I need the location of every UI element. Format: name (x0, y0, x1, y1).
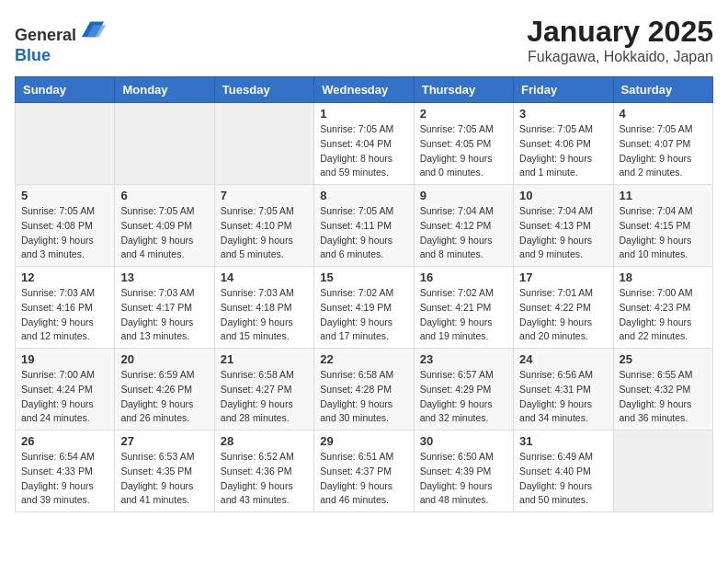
day-number: 5 (21, 189, 108, 202)
title-block: January 2025 Fukagawa, Hokkaido, Japan (527, 15, 713, 65)
day-info: Sunrise: 7:05 AMSunset: 4:05 PMDaylight:… (420, 122, 507, 180)
weekday-header-sunday: Sunday (16, 77, 115, 103)
calendar-cell: 29Sunrise: 6:51 AMSunset: 4:37 PMDayligh… (314, 431, 414, 512)
logo-icon (80, 15, 106, 40)
day-number: 11 (620, 189, 707, 202)
day-number: 18 (620, 270, 707, 284)
day-info: Sunrise: 7:05 AMSunset: 4:08 PMDaylight:… (21, 204, 108, 262)
day-info: Sunrise: 7:04 AMSunset: 4:12 PMDaylight:… (420, 204, 507, 262)
day-number: 25 (620, 352, 707, 366)
calendar-cell: 20Sunrise: 6:59 AMSunset: 4:26 PMDayligh… (115, 349, 214, 431)
day-info: Sunrise: 7:02 AMSunset: 4:19 PMDaylight:… (320, 286, 407, 344)
day-info: Sunrise: 6:55 AMSunset: 4:32 PMDaylight:… (620, 368, 707, 426)
day-number: 28 (221, 434, 308, 448)
day-number: 3 (519, 107, 607, 121)
day-number: 22 (320, 352, 407, 366)
calendar-cell: 6Sunrise: 7:05 AMSunset: 4:09 PMDaylight… (115, 185, 214, 267)
day-number: 7 (221, 189, 308, 202)
weekday-header-friday: Friday (514, 77, 613, 103)
calendar-cell: 22Sunrise: 6:58 AMSunset: 4:28 PMDayligh… (314, 349, 414, 431)
calendar-week-row: 26Sunrise: 6:54 AMSunset: 4:33 PMDayligh… (16, 431, 713, 512)
day-number: 24 (519, 352, 607, 366)
day-info: Sunrise: 6:58 AMSunset: 4:28 PMDaylight:… (320, 368, 407, 426)
day-number: 20 (120, 352, 208, 366)
day-number: 2 (420, 107, 507, 121)
day-number: 1 (320, 107, 407, 121)
calendar-cell: 23Sunrise: 6:57 AMSunset: 4:29 PMDayligh… (414, 349, 513, 431)
calendar-cell: 31Sunrise: 6:49 AMSunset: 4:40 PMDayligh… (514, 431, 613, 512)
day-number: 30 (420, 434, 507, 448)
calendar-cell (16, 103, 115, 185)
day-number: 13 (120, 270, 208, 284)
calendar-cell: 14Sunrise: 7:03 AMSunset: 4:18 PMDayligh… (214, 267, 313, 349)
day-info: Sunrise: 6:51 AMSunset: 4:37 PMDaylight:… (320, 450, 407, 508)
day-number: 19 (21, 352, 108, 366)
day-info: Sunrise: 6:58 AMSunset: 4:27 PMDaylight:… (221, 368, 308, 426)
calendar-cell (115, 103, 214, 185)
calendar-cell: 16Sunrise: 7:02 AMSunset: 4:21 PMDayligh… (414, 267, 513, 349)
day-info: Sunrise: 7:05 AMSunset: 4:11 PMDaylight:… (320, 204, 407, 262)
day-info: Sunrise: 7:04 AMSunset: 4:13 PMDaylight:… (519, 204, 607, 262)
calendar-cell: 8Sunrise: 7:05 AMSunset: 4:11 PMDaylight… (314, 185, 414, 267)
day-info: Sunrise: 7:05 AMSunset: 4:10 PMDaylight:… (221, 204, 308, 262)
calendar-cell: 28Sunrise: 6:52 AMSunset: 4:36 PMDayligh… (214, 431, 313, 512)
calendar-week-row: 5Sunrise: 7:05 AMSunset: 4:08 PMDaylight… (16, 185, 713, 267)
day-number: 31 (519, 434, 607, 448)
calendar-cell: 19Sunrise: 7:00 AMSunset: 4:24 PMDayligh… (16, 349, 115, 431)
month-title: January 2025 (527, 15, 713, 49)
day-info: Sunrise: 7:00 AMSunset: 4:23 PMDaylight:… (620, 286, 707, 344)
calendar-cell: 2Sunrise: 7:05 AMSunset: 4:05 PMDaylight… (414, 103, 513, 185)
logo-general-text: General (15, 26, 76, 44)
calendar-cell: 5Sunrise: 7:05 AMSunset: 4:08 PMDaylight… (16, 185, 115, 267)
day-info: Sunrise: 6:50 AMSunset: 4:39 PMDaylight:… (420, 450, 507, 508)
weekday-header-thursday: Thursday (414, 77, 513, 103)
weekday-header-row: SundayMondayTuesdayWednesdayThursdayFrid… (16, 77, 713, 103)
day-number: 26 (21, 434, 108, 448)
day-info: Sunrise: 7:02 AMSunset: 4:21 PMDaylight:… (420, 286, 507, 344)
day-number: 16 (420, 270, 507, 284)
calendar-cell: 30Sunrise: 6:50 AMSunset: 4:39 PMDayligh… (414, 431, 513, 512)
day-info: Sunrise: 6:56 AMSunset: 4:31 PMDaylight:… (519, 368, 607, 426)
weekday-header-saturday: Saturday (613, 77, 712, 103)
day-number: 10 (519, 189, 607, 202)
day-info: Sunrise: 7:05 AMSunset: 4:07 PMDaylight:… (620, 122, 707, 180)
calendar-cell: 13Sunrise: 7:03 AMSunset: 4:17 PMDayligh… (115, 267, 214, 349)
day-info: Sunrise: 7:05 AMSunset: 4:04 PMDaylight:… (320, 122, 407, 180)
day-number: 4 (620, 107, 707, 121)
day-number: 23 (420, 352, 507, 366)
calendar-week-row: 12Sunrise: 7:03 AMSunset: 4:16 PMDayligh… (16, 267, 713, 349)
calendar-cell: 4Sunrise: 7:05 AMSunset: 4:07 PMDaylight… (613, 103, 712, 185)
calendar-cell: 26Sunrise: 6:54 AMSunset: 4:33 PMDayligh… (16, 431, 115, 512)
calendar-cell: 12Sunrise: 7:03 AMSunset: 4:16 PMDayligh… (16, 267, 115, 349)
day-info: Sunrise: 7:05 AMSunset: 4:09 PMDaylight:… (120, 204, 208, 262)
day-info: Sunrise: 6:57 AMSunset: 4:29 PMDaylight:… (420, 368, 507, 426)
calendar-cell: 24Sunrise: 6:56 AMSunset: 4:31 PMDayligh… (514, 349, 613, 431)
calendar-cell (214, 103, 313, 185)
calendar-cell: 1Sunrise: 7:05 AMSunset: 4:04 PMDaylight… (314, 103, 414, 185)
calendar-cell: 27Sunrise: 6:53 AMSunset: 4:35 PMDayligh… (115, 431, 214, 512)
day-number: 14 (221, 270, 308, 284)
day-number: 12 (21, 270, 108, 284)
day-number: 6 (120, 189, 208, 202)
day-number: 17 (519, 270, 607, 284)
calendar-cell: 10Sunrise: 7:04 AMSunset: 4:13 PMDayligh… (514, 185, 613, 267)
day-info: Sunrise: 6:53 AMSunset: 4:35 PMDaylight:… (120, 450, 208, 508)
weekday-header-tuesday: Tuesday (214, 77, 313, 103)
location-title: Fukagawa, Hokkaido, Japan (527, 49, 713, 65)
day-info: Sunrise: 7:04 AMSunset: 4:15 PMDaylight:… (620, 204, 707, 262)
day-info: Sunrise: 7:05 AMSunset: 4:06 PMDaylight:… (519, 122, 607, 180)
day-info: Sunrise: 6:54 AMSunset: 4:33 PMDaylight:… (21, 450, 108, 508)
day-number: 21 (221, 352, 308, 366)
day-info: Sunrise: 6:59 AMSunset: 4:26 PMDaylight:… (120, 368, 208, 426)
calendar-cell: 15Sunrise: 7:02 AMSunset: 4:19 PMDayligh… (314, 267, 414, 349)
day-info: Sunrise: 7:00 AMSunset: 4:24 PMDaylight:… (21, 368, 108, 426)
logo-blue-text: Blue (15, 46, 51, 64)
calendar-cell: 3Sunrise: 7:05 AMSunset: 4:06 PMDaylight… (514, 103, 613, 185)
day-info: Sunrise: 7:01 AMSunset: 4:22 PMDaylight:… (519, 286, 607, 344)
calendar-cell: 21Sunrise: 6:58 AMSunset: 4:27 PMDayligh… (214, 349, 313, 431)
day-number: 8 (320, 189, 407, 202)
calendar-cell: 17Sunrise: 7:01 AMSunset: 4:22 PMDayligh… (514, 267, 613, 349)
day-info: Sunrise: 7:03 AMSunset: 4:18 PMDaylight:… (221, 286, 308, 344)
weekday-header-monday: Monday (115, 77, 214, 103)
day-number: 9 (420, 189, 507, 202)
